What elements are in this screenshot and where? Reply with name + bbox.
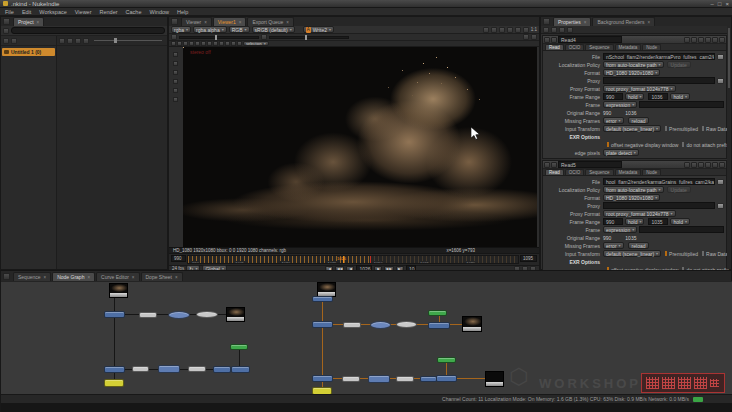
tab-curve-editor[interactable]: Curve Editor× [96,272,139,281]
tab-close-icon[interactable]: × [87,275,90,280]
center-node-icon[interactable] [551,162,557,168]
proxy-browse-icon[interactable] [717,203,724,209]
menu-viewer[interactable]: Viewer [75,9,92,15]
tab-sequence[interactable]: Sequence [585,169,613,175]
playhead[interactable]: 1026 [343,256,344,263]
missing-frames-select[interactable]: error [603,242,624,249]
tab-node[interactable]: Node [642,169,661,175]
range-first-mode[interactable]: hold [625,218,644,225]
frame-mode-select[interactable]: expression [603,101,637,108]
range-first-mode[interactable]: hold [625,93,644,100]
tab-close-icon[interactable]: × [37,20,40,25]
reveal-tool-icon[interactable] [225,41,230,46]
input-transform-select[interactable]: default (scene_linear) [603,250,661,257]
menu-workspace[interactable]: Workspace [39,9,66,15]
tab-metadata[interactable]: Metadata [615,169,642,175]
settings-icon[interactable] [531,34,537,40]
proxy-field[interactable] [603,77,715,84]
side-tool-icon[interactable] [173,88,178,93]
detail-view-icon[interactable] [75,38,81,44]
undo-icon[interactable] [684,37,690,43]
float-panel-icon[interactable] [712,162,718,168]
lasso-tool-icon[interactable] [183,41,188,46]
gamma-icon[interactable] [261,34,267,40]
graph-node-rect[interactable] [231,366,250,373]
viewer-input-select[interactable]: A Write2 [303,26,334,33]
refresh-icon[interactable] [507,27,513,33]
menu-file[interactable]: File [5,9,14,15]
range-last-field[interactable]: 1035 [648,218,668,225]
graph-node-rect[interactable] [213,366,231,373]
graph-node-thumb-dark[interactable] [485,371,504,387]
tab-viewer[interactable]: Viewer× [181,17,212,26]
graph-node-rect[interactable] [396,376,414,382]
menu-cache[interactable]: Cache [126,9,142,15]
clone-tool-icon[interactable] [195,41,200,46]
graph-node-rect[interactable] [139,312,157,318]
node-name-field[interactable]: Read4 [558,36,622,43]
brush-tool-icon[interactable] [189,41,194,46]
matte-tool-icon[interactable] [231,41,236,46]
side-tool-icon[interactable] [173,52,178,57]
graph-node-thumb[interactable] [317,282,336,297]
gain-slider[interactable] [179,36,259,39]
frame-mode-select[interactable]: expression [603,226,637,233]
marquee-tool-icon[interactable] [177,41,182,46]
pause-icon[interactable] [499,27,505,33]
range-first-field[interactable]: 990 [603,93,623,100]
tab-read[interactable]: Read [545,169,564,175]
pane-menu-icon[interactable] [3,18,10,25]
proxy-format-select[interactable]: root.proxy_format 1024x778 [603,210,676,217]
edge-pixels-select[interactable]: plate detect [603,149,639,156]
frame-expression-field[interactable] [639,101,724,108]
proxy-browse-icon[interactable] [717,78,724,84]
graph-node-rect[interactable] [312,387,332,394]
tab-close-icon[interactable]: × [286,20,289,25]
file-browse-icon[interactable] [717,54,724,60]
undo-icon[interactable] [684,162,690,168]
maximize-button[interactable]: □ [718,1,722,7]
proxy-field[interactable] [603,202,715,209]
menu-render[interactable]: Render [100,9,118,15]
pane-menu-icon[interactable] [543,18,550,25]
graph-node-rect[interactable] [368,375,390,383]
reload-button[interactable]: reload [628,242,650,249]
raw-data-checkbox[interactable] [702,251,704,256]
reload-button[interactable]: reload [628,117,650,124]
graph-node-rect[interactable] [312,296,333,302]
close-panel-icon[interactable] [719,162,725,168]
tab-close-icon[interactable]: × [584,20,587,25]
revert-icon[interactable] [698,37,704,43]
tab-node[interactable]: Node [642,44,661,50]
tab-close-icon[interactable]: × [175,275,178,280]
graph-node-rect[interactable] [343,322,361,328]
node-name-field[interactable]: Read5 [558,161,622,168]
float-panel-icon[interactable] [712,37,718,43]
pen-icon[interactable] [567,27,573,33]
grid-icon[interactable] [543,27,549,33]
roi-icon[interactable] [483,27,489,33]
localization-select[interactable]: from auto-localize path [603,186,664,193]
gamma-slider[interactable] [269,36,349,39]
tab-sequence[interactable]: Sequence× [13,272,51,281]
file-field[interactable]: nSchool_flam2/render/karmaPyro_fullres_c… [603,53,715,60]
proxy-format-select[interactable]: root.proxy_format 1024x778 [603,85,676,92]
tab-close-icon[interactable]: × [204,20,207,25]
eraser-tool-icon[interactable] [201,41,206,46]
help-icon[interactable] [705,162,711,168]
menu-edit[interactable]: Edit [22,9,31,15]
fstop-icon[interactable] [171,34,177,40]
format-select[interactable]: HD_1080 1920x1080 [603,194,660,201]
graph-node-ellipse[interactable] [196,311,218,318]
tab-viewer1[interactable]: Viewer1× [213,17,247,26]
filter-icon[interactable] [3,28,9,34]
proxy-icon[interactable] [491,27,497,33]
blur-tool-icon[interactable] [219,41,224,46]
graph-node-ellipse[interactable] [370,321,391,329]
selection-mode-select[interactable]: selection [243,41,269,46]
graph-node-rect[interactable] [104,379,124,387]
empty-panels-icon[interactable] [559,27,565,33]
file-field[interactable]: hool_flam2/render/karmaGrains_fullres_ca… [603,178,715,185]
graph-node-thumb[interactable] [226,307,245,322]
range-last-mode[interactable]: hold [670,218,689,225]
